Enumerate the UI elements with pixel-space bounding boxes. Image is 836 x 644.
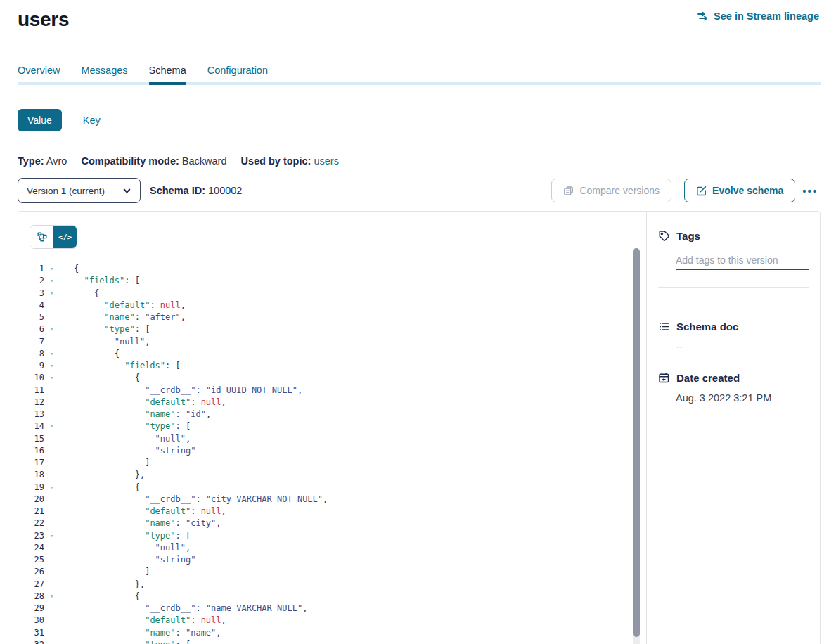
code-line-text[interactable]: "fields": [ bbox=[59, 275, 140, 287]
version-select-value: Version 1 (current) bbox=[27, 186, 105, 196]
code-line-text[interactable]: "null", bbox=[59, 336, 150, 348]
code-lines: 1▾{2▾ "fields": [3▾ {4 "default": null,5… bbox=[18, 263, 646, 644]
code-line-text[interactable]: "type": [ bbox=[59, 420, 191, 432]
code-line-text[interactable]: "type": [ bbox=[59, 639, 191, 644]
line-number: 26 bbox=[18, 566, 44, 578]
fold-toggle-icon[interactable]: ▾ bbox=[44, 482, 59, 494]
code-line-text[interactable]: ] bbox=[59, 457, 150, 469]
code-line: 25 "string" bbox=[18, 554, 646, 566]
fold-toggle-icon[interactable]: ▾ bbox=[44, 372, 59, 384]
fold-toggle-icon[interactable]: ▾ bbox=[44, 639, 59, 644]
line-number: 3 bbox=[18, 288, 44, 300]
fold-toggle-icon[interactable]: ▾ bbox=[44, 288, 59, 300]
code-line: 9▾ "fields": [ bbox=[18, 360, 646, 372]
code-line-text[interactable]: "null", bbox=[59, 542, 191, 554]
line-number: 2 bbox=[18, 275, 44, 287]
tab-configuration[interactable]: Configuration bbox=[207, 65, 268, 85]
code-line-text[interactable]: "type": [ bbox=[59, 323, 150, 335]
code-line-text[interactable]: { bbox=[59, 263, 79, 275]
tags-section-header: Tags bbox=[658, 230, 809, 242]
fold-spacer bbox=[44, 517, 59, 529]
line-number: 5 bbox=[18, 311, 44, 323]
code-line-text[interactable]: "name": "id", bbox=[59, 408, 211, 420]
code-line-text[interactable]: }, bbox=[59, 469, 145, 481]
fold-toggle-icon[interactable]: ▾ bbox=[44, 420, 59, 432]
code-line: 11 "__crdb__": "id UUID NOT NULL", bbox=[18, 385, 646, 397]
compare-versions-button[interactable]: Compare versions bbox=[551, 179, 671, 202]
version-toolbar: Version 1 (current) Schema ID: 100002 bbox=[18, 178, 821, 203]
line-number: 20 bbox=[18, 494, 44, 505]
date-created-value: Aug. 3 2022 3:21 PM bbox=[676, 392, 809, 404]
code-line-text[interactable]: "__crdb__": "name VARCHAR NULL", bbox=[59, 603, 307, 614]
line-number: 12 bbox=[18, 397, 44, 408]
line-number: 25 bbox=[18, 554, 44, 566]
tree-view-button[interactable] bbox=[30, 226, 53, 248]
fold-spacer bbox=[44, 385, 59, 397]
code-line-text[interactable]: "default": null, bbox=[59, 505, 226, 517]
calendar-icon bbox=[658, 372, 670, 384]
stream-lineage-link[interactable]: See in Stream lineage bbox=[696, 11, 819, 22]
fold-spacer bbox=[44, 494, 59, 505]
code-view-icon: </> bbox=[58, 233, 72, 241]
editor-scrollbar[interactable] bbox=[633, 248, 640, 644]
schema-page: users See in Stream lineage Overview Mes… bbox=[0, 0, 836, 644]
code-line-text[interactable]: "string" bbox=[59, 445, 195, 457]
code-line-text[interactable]: { bbox=[59, 482, 140, 494]
code-line-text[interactable]: "name": "city", bbox=[59, 517, 221, 529]
code-line-text[interactable]: { bbox=[59, 591, 140, 603]
fold-spacer bbox=[44, 627, 59, 639]
line-number: 22 bbox=[18, 517, 44, 529]
evolve-schema-icon bbox=[696, 186, 707, 196]
meta-topic: Used by topic: users bbox=[240, 155, 338, 167]
fold-toggle-icon[interactable]: ▾ bbox=[44, 360, 59, 372]
line-number: 18 bbox=[18, 469, 44, 481]
code-line-text[interactable]: { bbox=[59, 372, 140, 384]
version-select[interactable]: Version 1 (current) bbox=[18, 178, 141, 203]
tags-heading: Tags bbox=[676, 230, 700, 242]
meta-compatibility-label: Compatibility mode: bbox=[81, 155, 179, 167]
code-line-text[interactable]: "name": "after", bbox=[59, 311, 186, 323]
code-line-text[interactable]: { bbox=[59, 348, 120, 360]
more-options-button[interactable]: ••• bbox=[799, 179, 821, 202]
code-line-text[interactable]: "name": "name", bbox=[59, 627, 221, 639]
code-line-text[interactable]: "default": null, bbox=[59, 300, 186, 311]
code-line: 27 }, bbox=[18, 579, 646, 591]
fold-spacer bbox=[44, 469, 59, 481]
fold-toggle-icon[interactable]: ▾ bbox=[44, 323, 59, 335]
evolve-schema-button[interactable]: Evolve schema bbox=[684, 179, 795, 202]
fold-toggle-icon[interactable]: ▾ bbox=[44, 591, 59, 603]
code-line-text[interactable]: "default": null, bbox=[59, 614, 226, 626]
fold-spacer bbox=[44, 300, 59, 311]
fold-toggle-icon[interactable]: ▾ bbox=[44, 348, 59, 360]
code-line: 5 "name": "after", bbox=[18, 311, 646, 323]
topic-link[interactable]: users bbox=[314, 155, 338, 167]
add-tags-input[interactable] bbox=[676, 255, 809, 270]
code-line-text[interactable]: { bbox=[59, 288, 99, 300]
fold-toggle-icon[interactable]: ▾ bbox=[44, 263, 59, 275]
tab-overview[interactable]: Overview bbox=[18, 65, 60, 85]
meta-compatibility-value: Backward bbox=[182, 155, 227, 167]
code-line-text[interactable]: "__crdb__": "id UUID NOT NULL", bbox=[59, 385, 302, 397]
code-line-text[interactable]: "string" bbox=[59, 554, 195, 566]
code-editor[interactable]: 1▾{2▾ "fields": [3▾ {4 "default": null,5… bbox=[18, 263, 646, 644]
code-line-text[interactable]: "null", bbox=[59, 433, 191, 445]
tab-messages[interactable]: Messages bbox=[81, 65, 127, 85]
code-line-text[interactable]: ] bbox=[59, 566, 150, 578]
code-line: 26 ] bbox=[18, 566, 646, 578]
code-line-text[interactable]: "default": null, bbox=[59, 397, 226, 408]
value-toggle-button[interactable]: Value bbox=[18, 109, 62, 131]
fold-toggle-icon[interactable]: ▾ bbox=[44, 275, 59, 287]
code-line: 6▾ "type": [ bbox=[18, 323, 646, 335]
code-line-text[interactable]: "__crdb__": "city VARCHAR NOT NULL", bbox=[59, 494, 328, 505]
line-number: 8 bbox=[18, 348, 44, 360]
key-toggle-button[interactable]: Key bbox=[79, 114, 105, 127]
schema-id-value: 100002 bbox=[208, 185, 242, 196]
fold-toggle-icon[interactable]: ▾ bbox=[44, 530, 59, 542]
code-line-text[interactable]: "type": [ bbox=[59, 530, 191, 542]
editor-scrollbar-thumb[interactable] bbox=[633, 248, 640, 637]
code-line-text[interactable]: }, bbox=[59, 579, 145, 591]
tab-schema[interactable]: Schema bbox=[149, 65, 186, 85]
schema-panel: </> 1▾{2▾ "fields": [3▾ {4 "default": nu… bbox=[18, 211, 821, 644]
code-view-button[interactable]: </> bbox=[53, 226, 77, 248]
code-line-text[interactable]: "fields": [ bbox=[59, 360, 181, 372]
